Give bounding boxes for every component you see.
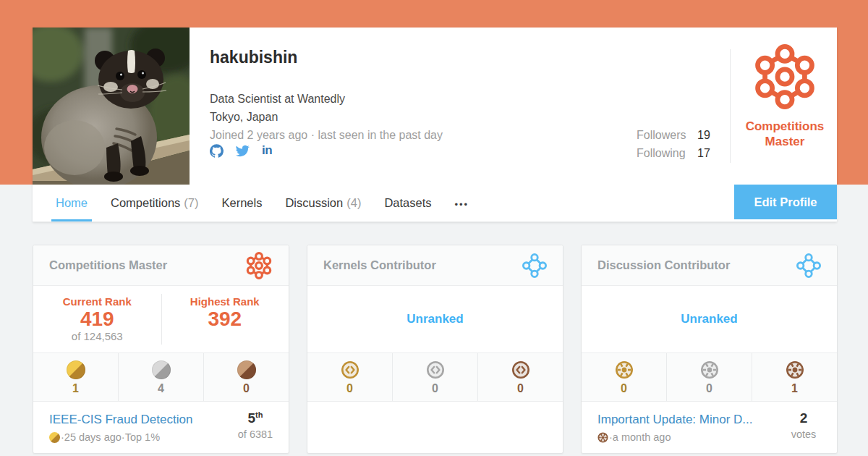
tab-datasets-label: Datasets [384,196,431,210]
silver-medal-count: 0 [706,382,712,395]
tab-competitions-label: Competitions [111,196,180,210]
tier-badge: Competitions Master [740,43,830,149]
tab-home[interactable]: Home [51,185,92,221]
competitions-medals-row: 1 4 0 [33,352,289,402]
tab-competitions[interactable]: Competitions(7) [106,185,203,221]
gold-medal-count: 0 [346,382,353,395]
kernels-card-title: Kernels Contributor [323,258,522,272]
discussion-topic-link[interactable]: Important Update: Minor D... [597,413,770,427]
username: hakubishin [210,48,297,67]
following-row: Following17 [637,144,710,162]
gold-medal-icon [67,360,85,379]
tab-kernels[interactable]: Kernels [217,185,266,221]
occupation: Data Scientist at Wantedly [210,90,443,108]
competitions-hexagon-icon [245,252,273,279]
kernel-silver-medal-icon [426,360,445,379]
highlight-info: IEEE-CIS Fraud Detection ·25 days ago·To… [49,413,222,443]
tier-label-line2: Master [765,135,805,148]
competition-meta-text: ·25 days ago·Top 1% [61,431,160,443]
bronze-medal-cell: 0 [477,353,563,401]
tab-more[interactable]: ••• [451,185,474,221]
silver-medal-count: 0 [432,382,438,395]
silver-medal-icon [152,360,171,379]
silver-medal-cell: 0 [392,353,477,401]
kernels-rank-section: Unranked [307,286,563,352]
github-icon[interactable] [210,144,224,158]
current-rank-total: of 124,563 [33,330,161,342]
kernels-contributor-icon [522,253,547,278]
discussion-silver-medal-icon [700,360,719,379]
more-tabs-icon: ••• [455,199,469,210]
follow-stats: Followers19 Following17 [637,126,710,162]
discussion-unranked-label: Unranked [582,286,837,352]
competitions-highlight: IEEE-CIS Fraud Detection ·25 days ago·To… [33,402,289,453]
profile-photo [33,28,190,185]
kernels-unranked-label: Unranked [307,286,563,352]
silver-medal-cell: 0 [666,353,752,401]
edit-profile-button[interactable]: Edit Profile [734,185,837,219]
tab-discussion-count: (4) [346,196,361,210]
discussion-bronze-medal-icon [786,360,804,379]
civet-photo-illustration [33,28,190,185]
linkedin-icon[interactable]: in [262,143,272,158]
discussion-meta: ·a month ago [597,431,770,443]
placement-value: 5th [237,410,274,426]
gold-medal-count: 1 [72,382,79,395]
twitter-icon[interactable] [236,144,250,158]
profile-bio: Data Scientist at Wantedly Tokyo, Japan … [210,90,443,144]
discussion-rank-section: Unranked [582,286,837,352]
silver-medal-cell: 4 [118,353,203,401]
tier-label-line1: Competitions [746,119,825,133]
competitions-card-title: Competitions Master [49,258,245,272]
tab-kernels-label: Kernels [221,196,262,210]
highest-rank-block: Highest Rank 392 [161,286,289,330]
mini-bronze-medal-icon [597,432,608,443]
tab-discussion[interactable]: Discussion(4) [281,185,365,221]
bronze-medal-count: 0 [243,382,250,395]
highest-rank-label: Highest Rank [161,295,289,308]
current-rank-label: Current Rank [33,295,161,308]
competition-meta: ·25 days ago·Top 1% [49,431,222,443]
discussion-gold-medal-icon [615,360,634,379]
kernels-highlight-empty [307,402,563,453]
competitions-summary-card: Competitions Master Current Rank 419 of … [33,245,289,454]
gold-medal-cell: 0 [582,353,666,401]
tab-bar: Home Competitions(7) Kernels Discussion(… [33,185,837,222]
votes-label: votes [785,428,822,440]
highest-rank-value: 392 [161,308,289,330]
bronze-medal-icon [237,360,256,379]
discussion-votes: 2 votes [785,410,822,440]
discussion-card-header: Discussion Contributor [582,245,837,286]
following-label: Following [637,144,697,162]
header-divider [730,49,731,163]
kernels-summary-card: Kernels Contributor Unranked 0 [307,245,563,454]
discussion-summary-card: Discussion Contributor Unranked [581,245,838,454]
gold-medal-count: 0 [621,382,627,395]
competition-placement: 5th of 6381 [237,410,274,440]
tab-home-label: Home [56,196,88,210]
competitions-rank-section: Current Rank 419 of 124,563 Highest Rank… [33,286,289,352]
following-count: 17 [697,147,710,159]
discussion-medals-row: 0 0 [582,352,837,402]
tab-competitions-count: (7) [184,196,198,210]
discussion-card-title: Discussion Contributor [597,258,796,272]
tier-label: Competitions Master [740,119,830,149]
current-rank-value: 419 [33,308,161,330]
silver-medal-count: 4 [158,382,164,395]
bronze-medal-count: 0 [517,382,524,395]
social-links: in [210,143,272,158]
mini-gold-medal-icon [49,432,60,443]
discussion-highlight: Important Update: Minor D... ·a month ag… [582,402,837,453]
votes-value: 2 [785,410,822,426]
tab-datasets[interactable]: Datasets [380,185,435,221]
competition-link[interactable]: IEEE-CIS Fraud Detection [49,413,222,427]
followers-row: Followers19 [637,126,710,144]
kernels-medals-row: 0 0 0 [307,352,563,402]
kernel-bronze-medal-icon [511,360,530,379]
bronze-medal-count: 1 [791,382,798,395]
tab-discussion-label: Discussion [285,196,343,210]
location: Tokyo, Japan [210,108,443,126]
joined-info: Joined 2 years ago · last seen in the pa… [210,126,443,144]
current-rank-block: Current Rank 419 of 124,563 [33,286,161,342]
kernel-gold-medal-icon [341,360,359,379]
